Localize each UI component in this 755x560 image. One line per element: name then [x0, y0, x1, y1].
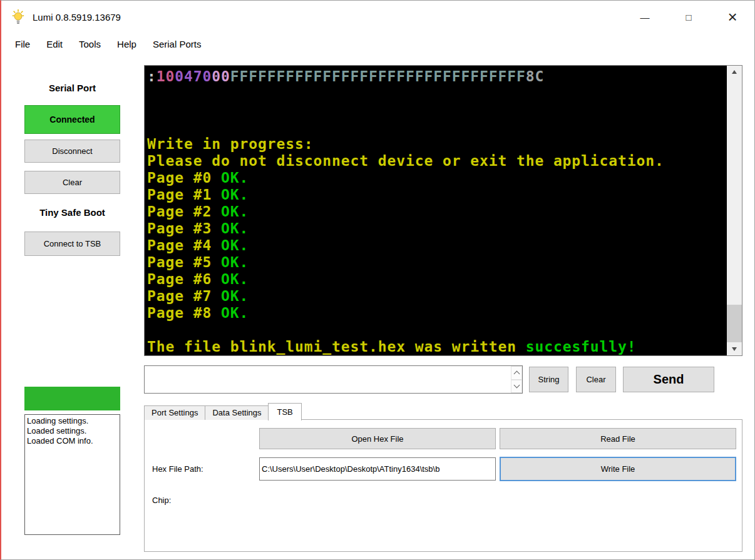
tab-tsb[interactable]: TSB	[268, 403, 301, 420]
terminal-line: Page #8 OK.	[147, 305, 727, 322]
terminal-line: The file blink_lumi_test.hex was written…	[147, 339, 727, 355]
terminal-line: Page #4 OK.	[147, 237, 727, 254]
scrollbar-down-icon[interactable]	[727, 343, 742, 355]
terminal-line	[147, 102, 727, 119]
terminal-line: Please do not disconnect device or exit …	[147, 153, 727, 170]
tab-data-settings[interactable]: Data Settings	[205, 405, 269, 420]
terminal-line: Page #6 OK.	[147, 271, 727, 288]
tab-port-settings[interactable]: Port Settings	[144, 405, 205, 420]
terminal: :10047000FFFFFFFFFFFFFFFFFFFFFFFFFFFFFFF…	[144, 65, 742, 356]
terminal-line: Page #3 OK.	[147, 220, 727, 237]
window-title: Lumi 0.8.5919.13679	[33, 12, 121, 23]
menu-item-edit[interactable]: Edit	[38, 35, 71, 53]
tab-strip: Port SettingsData SettingsTSB	[144, 403, 301, 420]
spinner-down-icon[interactable]	[511, 380, 522, 394]
terminal-line	[147, 322, 727, 339]
write-file-button[interactable]: Write File	[500, 457, 736, 481]
tsb-tab-panel: Open Hex File Read File Hex File Path: W…	[144, 419, 742, 552]
close-button[interactable]: ×	[711, 1, 754, 33]
log-line: Loaded COM info.	[27, 436, 118, 446]
disconnect-button[interactable]: Disconnect	[24, 140, 120, 163]
read-file-button[interactable]: Read File	[500, 428, 736, 449]
terminal-line: Page #7 OK.	[147, 288, 727, 305]
connect-to-tsb-button[interactable]: Connect to TSB	[24, 232, 120, 256]
scrollbar-thumb[interactable]	[727, 305, 742, 342]
minimize-button[interactable]: —	[623, 1, 667, 33]
title-bar: Lumi 0.8.5919.13679 — □ ×	[1, 1, 754, 33]
tiny-safe-boot-section-label: Tiny Safe Boot	[24, 207, 120, 218]
message-input[interactable]	[145, 366, 511, 393]
terminal-line: Write in progress:	[147, 136, 727, 153]
terminal-line: Page #5 OK.	[147, 254, 727, 271]
terminal-line: :10047000FFFFFFFFFFFFFFFFFFFFFFFFFFFFFFF…	[147, 68, 727, 85]
message-input-spinner	[511, 366, 522, 393]
log-line: Loaded settings.	[27, 426, 118, 436]
terminal-scrollbar[interactable]	[727, 66, 742, 355]
status-log: Loading settings.Loaded settings.Loaded …	[24, 414, 120, 535]
clear-input-button[interactable]: Clear	[576, 367, 616, 392]
menu-item-help[interactable]: Help	[109, 35, 145, 53]
menu-item-serial-ports[interactable]: Serial Ports	[145, 35, 210, 53]
connected-button[interactable]: Connected	[24, 105, 120, 134]
maximize-button[interactable]: □	[667, 1, 711, 33]
log-line: Loading settings.	[27, 416, 118, 426]
flash-progressbar	[24, 387, 120, 410]
send-button[interactable]: Send	[623, 367, 714, 392]
hex-file-path-label: Hex File Path:	[152, 464, 203, 474]
terminal-line: Page #1 OK.	[147, 186, 727, 203]
message-input-wrap	[144, 365, 523, 394]
menu-item-tools[interactable]: Tools	[71, 35, 109, 53]
clear-terminal-button[interactable]: Clear	[24, 171, 120, 194]
hex-file-path-input[interactable]	[259, 457, 496, 481]
terminal-line	[147, 85, 727, 102]
string-button[interactable]: String	[529, 367, 568, 392]
open-hex-file-button[interactable]: Open Hex File	[259, 428, 496, 449]
terminal-line	[147, 119, 727, 136]
lightbulb-app-icon	[11, 9, 26, 25]
serial-port-section-label: Serial Port	[24, 83, 120, 93]
app-window: Lumi 0.8.5919.13679 — □ × FileEditToolsH…	[0, 0, 755, 560]
window-controls: — □ ×	[623, 1, 754, 33]
menu-bar: FileEditToolsHelpSerial Ports	[1, 33, 754, 54]
scrollbar-up-icon[interactable]	[727, 66, 742, 78]
terminal-line: Page #2 OK.	[147, 203, 727, 220]
spinner-up-icon[interactable]	[511, 366, 522, 380]
menu-item-file[interactable]: File	[7, 35, 38, 53]
chip-label: Chip:	[152, 496, 171, 505]
terminal-line: Page #0 OK.	[147, 170, 727, 186]
terminal-output[interactable]: :10047000FFFFFFFFFFFFFFFFFFFFFFFFFFFFFFF…	[145, 66, 727, 355]
